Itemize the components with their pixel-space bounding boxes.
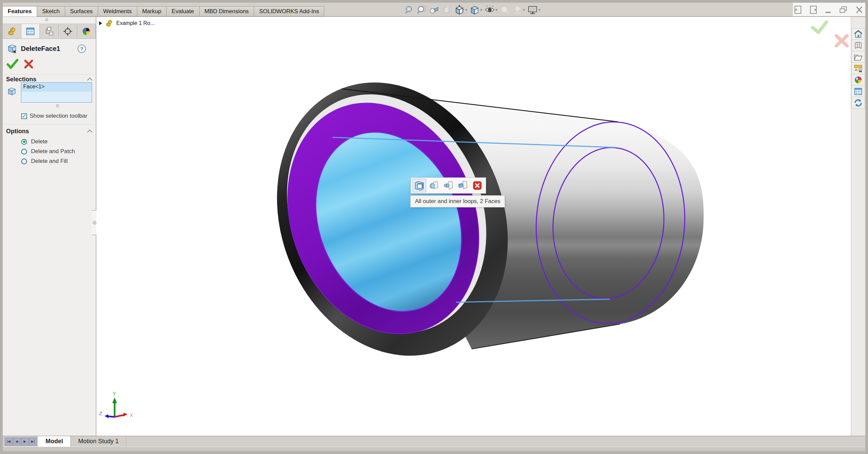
close-selection-toolbar-button[interactable] bbox=[471, 179, 484, 192]
options-title: Options bbox=[6, 128, 29, 135]
selection-box-resize-handle[interactable] bbox=[56, 104, 59, 107]
taskpane-view-palette-button[interactable] bbox=[851, 63, 865, 74]
svg-text:?: ? bbox=[80, 46, 83, 52]
help-icon[interactable]: ? bbox=[77, 44, 86, 53]
apply-scene-button[interactable]: ▾ bbox=[511, 4, 526, 16]
folder-icon bbox=[854, 52, 863, 62]
confirm-ok-watermark[interactable] bbox=[813, 22, 827, 32]
view-orientation-button[interactable]: ▾ bbox=[453, 4, 468, 16]
tab-features[interactable]: Features bbox=[2, 6, 37, 17]
face-select-icon bbox=[7, 86, 17, 96]
propertymanager-panel: DeleteFace1 ? Selections Face<1> bbox=[3, 17, 96, 436]
confirm-cancel-watermark[interactable] bbox=[836, 36, 847, 46]
edit-appearance-button[interactable] bbox=[499, 4, 511, 16]
selection-listbox[interactable]: Face<1> bbox=[21, 82, 92, 103]
select-tangent-faces-button[interactable] bbox=[427, 179, 441, 192]
model-canvas[interactable]: Y X Z bbox=[96, 17, 851, 436]
reference-triad: Y X Z bbox=[99, 391, 133, 418]
tab-display-manager[interactable] bbox=[77, 24, 96, 38]
refresh-arrows-icon bbox=[854, 98, 863, 108]
tab-featuremanager-design-tree[interactable] bbox=[3, 24, 21, 38]
restore-button[interactable] bbox=[839, 5, 848, 15]
selection-context-toolbar bbox=[411, 177, 486, 194]
commandmanager-tabs: Features Sketch Surfaces Weldments Marku… bbox=[3, 4, 324, 17]
select-boss-faces-button[interactable] bbox=[442, 179, 455, 192]
tab-sketch[interactable]: Sketch bbox=[37, 6, 65, 17]
collapse-right-pane-button[interactable] bbox=[809, 5, 817, 15]
close-icon bbox=[473, 181, 482, 190]
view-settings-button[interactable]: ▾ bbox=[526, 4, 541, 16]
radio-delete[interactable]: Delete bbox=[21, 138, 48, 145]
tab-solidworks-addins[interactable]: SOLIDWORKS Add-Ins bbox=[254, 6, 325, 17]
scroll-next-button[interactable]: ▶ bbox=[21, 437, 29, 446]
zoom-to-area-button[interactable] bbox=[416, 4, 428, 16]
cancel-button[interactable] bbox=[24, 59, 34, 69]
all-outer-inner-loops-button[interactable] bbox=[413, 179, 426, 192]
radio-icon[interactable] bbox=[21, 149, 27, 154]
flyout-featuremanager-tree: Example 1 Ro... bbox=[99, 19, 155, 28]
tab-evaluate[interactable]: Evaluate bbox=[166, 6, 199, 17]
triad-x-arrow bbox=[123, 413, 127, 417]
options-section-header[interactable]: Options bbox=[6, 127, 92, 136]
part-icon bbox=[105, 19, 114, 28]
radio-delete-and-patch[interactable]: Delete and Patch bbox=[21, 148, 75, 155]
status-bar bbox=[3, 447, 865, 451]
tab-dimxpert-manager[interactable] bbox=[59, 24, 77, 38]
hide-show-items-button[interactable]: ▾ bbox=[483, 4, 499, 16]
collapse-chevron-icon[interactable] bbox=[87, 77, 93, 83]
tab-weldments[interactable]: Weldments bbox=[98, 6, 137, 17]
taskpane-design-library-button[interactable] bbox=[851, 40, 865, 51]
taskpane-file-explorer-button[interactable] bbox=[851, 51, 865, 63]
part-name-label[interactable]: Example 1 Ro... bbox=[116, 20, 155, 26]
taskpane-custom-properties-button[interactable] bbox=[851, 86, 865, 97]
zoom-to-area-icon bbox=[417, 5, 427, 15]
apply-scene-caret[interactable]: ▾ bbox=[523, 7, 525, 12]
tab-markup[interactable]: Markup bbox=[137, 6, 167, 17]
collapse-left-pane-button[interactable] bbox=[794, 5, 802, 15]
scroll-last-button[interactable]: ▶| bbox=[29, 437, 37, 446]
tab-propertymanager[interactable] bbox=[21, 24, 40, 38]
taskpane-home-button[interactable] bbox=[851, 28, 865, 40]
tab-motion-study-1[interactable]: Motion Study 1 bbox=[71, 436, 126, 447]
flyout-expand-arrow[interactable] bbox=[99, 21, 102, 25]
custom-properties-icon bbox=[854, 87, 863, 96]
ok-button[interactable] bbox=[6, 58, 19, 70]
show-selection-toolbar-row[interactable]: ✓ Show selection toolbar bbox=[21, 113, 87, 119]
radio-delete-and-fill[interactable]: Delete and Fill bbox=[21, 158, 68, 165]
scroll-first-button[interactable]: |◀ bbox=[5, 437, 12, 446]
tab-mbd-dimensions[interactable]: MBD Dimensions bbox=[199, 6, 254, 17]
part-icon bbox=[7, 26, 17, 36]
display-style-caret[interactable]: ▾ bbox=[480, 7, 482, 12]
tab-configuration-manager[interactable] bbox=[40, 24, 58, 38]
view-settings-caret[interactable]: ▾ bbox=[538, 7, 540, 12]
divider bbox=[4, 74, 94, 75]
graphics-area[interactable]: Y X Z Example 1 Ro... bbox=[96, 17, 851, 436]
zoom-to-fit-button[interactable] bbox=[403, 4, 415, 16]
taskpane-appearances-button[interactable] bbox=[851, 74, 865, 86]
minimize-button[interactable] bbox=[825, 5, 832, 15]
loops-icon bbox=[414, 180, 425, 191]
show-selection-toolbar-label: Show selection toolbar bbox=[30, 113, 87, 119]
feature-faces-icon bbox=[457, 180, 468, 191]
view-orientation-caret[interactable]: ▾ bbox=[465, 7, 467, 12]
taskpane-forum-button[interactable] bbox=[851, 97, 865, 109]
radio-icon[interactable] bbox=[21, 159, 27, 164]
collapse-chevron-icon[interactable] bbox=[87, 129, 93, 135]
tab-model[interactable]: Model bbox=[38, 436, 71, 447]
checkbox-checked-icon[interactable]: ✓ bbox=[21, 113, 27, 119]
selection-item[interactable]: Face<1> bbox=[21, 83, 92, 92]
section-view-button[interactable] bbox=[441, 4, 453, 16]
appearances-icon bbox=[854, 75, 863, 85]
radio-selected-icon[interactable] bbox=[21, 139, 27, 145]
boss-faces-icon bbox=[443, 180, 454, 191]
previous-view-button[interactable] bbox=[428, 4, 440, 16]
manager-pane-tabs bbox=[3, 24, 96, 39]
scroll-prev-button[interactable]: ◀ bbox=[13, 437, 21, 446]
close-button[interactable] bbox=[855, 5, 863, 15]
tab-surfaces[interactable]: Surfaces bbox=[65, 6, 98, 17]
select-feature-faces-button[interactable] bbox=[456, 179, 470, 192]
display-style-button[interactable]: ▾ bbox=[469, 4, 483, 16]
panel-top-splitter-handle[interactable] bbox=[45, 18, 48, 21]
hide-show-items-caret[interactable]: ▾ bbox=[496, 7, 498, 12]
task-pane bbox=[851, 17, 865, 436]
